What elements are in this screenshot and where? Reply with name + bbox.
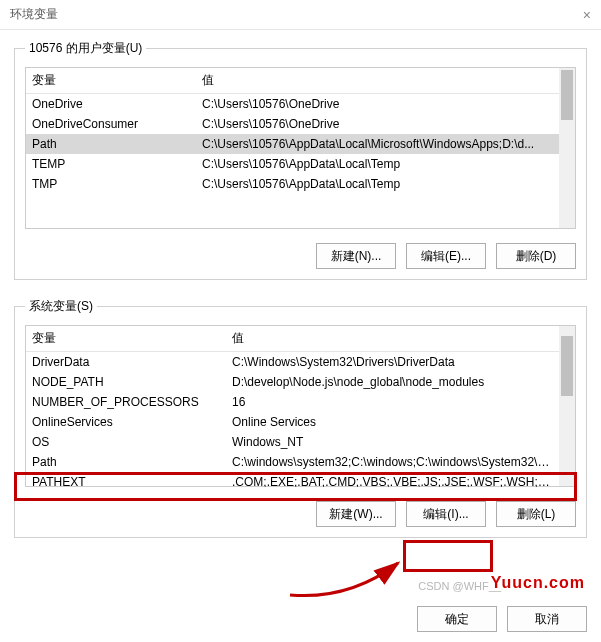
- table-row[interactable]: PATHEXT.COM;.EXE;.BAT;.CMD;.VBS;.VBE;.JS…: [26, 472, 559, 487]
- ok-button[interactable]: 确定: [417, 606, 497, 632]
- table-row[interactable]: OneDriveC:\Users\10576\OneDrive: [26, 94, 575, 114]
- var-name: Path: [26, 452, 226, 472]
- system-edit-button[interactable]: 编辑(I)...: [406, 501, 486, 527]
- user-section-legend: 10576 的用户变量(U): [25, 40, 146, 57]
- header-variable[interactable]: 变量: [26, 326, 226, 351]
- system-variables-table[interactable]: 变量 值 DriverDataC:\Windows\System32\Drive…: [25, 325, 576, 487]
- var-value: C:\Users\10576\AppData\Local\Temp: [196, 174, 575, 194]
- var-name: Path: [26, 134, 196, 154]
- user-edit-button[interactable]: 编辑(E)...: [406, 243, 486, 269]
- table-row[interactable]: TEMPC:\Users\10576\AppData\Local\Temp: [26, 154, 575, 174]
- var-name: TEMP: [26, 154, 196, 174]
- var-name: OneDriveConsumer: [26, 114, 196, 134]
- table-row[interactable]: OSWindows_NT: [26, 432, 559, 452]
- user-new-button[interactable]: 新建(N)...: [316, 243, 396, 269]
- close-icon[interactable]: ×: [583, 7, 591, 23]
- user-delete-button[interactable]: 删除(D): [496, 243, 576, 269]
- table-row[interactable]: DriverDataC:\Windows\System32\Drivers\Dr…: [26, 352, 559, 372]
- system-variables-section: 系统变量(S) 变量 值 DriverDataC:\Windows\System…: [14, 298, 587, 538]
- var-value: C:\Users\10576\AppData\Local\Microsoft\W…: [196, 134, 575, 154]
- system-section-legend: 系统变量(S): [25, 298, 97, 315]
- table-row[interactable]: NUMBER_OF_PROCESSORS16: [26, 392, 559, 412]
- cancel-button[interactable]: 取消: [507, 606, 587, 632]
- system-delete-button[interactable]: 删除(L): [496, 501, 576, 527]
- var-name: OnlineServices: [26, 412, 226, 432]
- var-value: C:\Users\10576\AppData\Local\Temp: [196, 154, 575, 174]
- var-value: C:\Windows\System32\Drivers\DriverData: [226, 352, 559, 372]
- var-value: .COM;.EXE;.BAT;.CMD;.VBS;.VBE;.JS;.JSE;.…: [226, 472, 559, 487]
- header-value[interactable]: 值: [196, 68, 575, 93]
- var-value: C:\Users\10576\OneDrive: [196, 94, 575, 114]
- header-variable[interactable]: 变量: [26, 68, 196, 93]
- user-scrollbar[interactable]: [559, 68, 575, 228]
- titlebar: 环境变量 ×: [0, 0, 601, 30]
- window-title: 环境变量: [10, 6, 583, 23]
- var-value: 16: [226, 392, 559, 412]
- table-row[interactable]: TMPC:\Users\10576\AppData\Local\Temp: [26, 174, 575, 194]
- var-name: PATHEXT: [26, 472, 226, 487]
- user-variables-section: 10576 的用户变量(U) 变量 值 OneDriveC:\Users\105…: [14, 40, 587, 280]
- system-scrollbar[interactable]: [559, 326, 575, 486]
- table-row[interactable]: NODE_PATHD:\develop\Node.js\node_global\…: [26, 372, 559, 392]
- var-value: C:\Users\10576\OneDrive: [196, 114, 575, 134]
- user-variables-table[interactable]: 变量 值 OneDriveC:\Users\10576\OneDriveOneD…: [25, 67, 576, 229]
- header-value[interactable]: 值: [226, 326, 575, 351]
- annotation-highlight-button: [403, 540, 493, 572]
- var-name: NUMBER_OF_PROCESSORS: [26, 392, 226, 412]
- table-row[interactable]: PathC:\windows\system32;C:\windows;C:\wi…: [26, 452, 559, 472]
- watermark-main: Yuucn.com: [491, 574, 585, 592]
- var-name: TMP: [26, 174, 196, 194]
- table-header: 变量 值: [26, 68, 575, 94]
- var-value: Windows_NT: [226, 432, 559, 452]
- system-new-button[interactable]: 新建(W)...: [316, 501, 396, 527]
- table-row[interactable]: OneDriveConsumerC:\Users\10576\OneDrive: [26, 114, 575, 134]
- table-row[interactable]: PathC:\Users\10576\AppData\Local\Microso…: [26, 134, 575, 154]
- var-value: D:\develop\Node.js\node_global\node_modu…: [226, 372, 559, 392]
- var-name: OneDrive: [26, 94, 196, 114]
- var-name: OS: [26, 432, 226, 452]
- var-name: DriverData: [26, 352, 226, 372]
- table-row[interactable]: OnlineServicesOnline Services: [26, 412, 559, 432]
- var-name: NODE_PATH: [26, 372, 226, 392]
- annotation-arrow-icon: [280, 555, 420, 605]
- watermark-small: CSDN @WHF__: [418, 580, 501, 592]
- var-value: C:\windows\system32;C:\windows;C:\window…: [226, 452, 559, 472]
- var-value: Online Services: [226, 412, 559, 432]
- table-header: 变量 值: [26, 326, 575, 352]
